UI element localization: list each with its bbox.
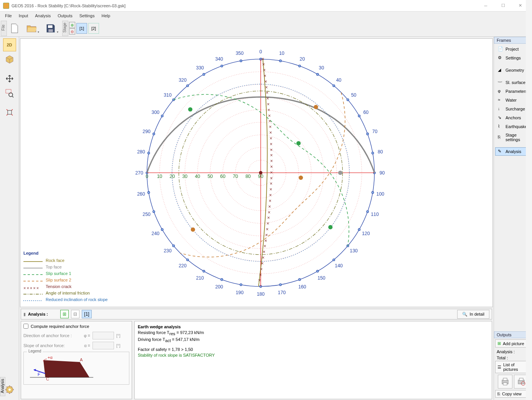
svg-text:30: 30 [319,65,324,71]
svg-text:×: × [268,210,270,215]
svg-text:60: 60 [363,110,368,115]
save-button[interactable]: ▾ [41,21,60,35]
stage-vtab[interactable]: Stage [62,21,68,36]
svg-text:320: 320 [179,77,187,83]
surch-icon: ↓ [498,106,503,112]
svg-text:270: 270 [135,170,143,176]
analysis-vtab[interactable]: Analysis [0,377,5,396]
anchor-legend-diagram: Legend F C A +α [23,352,129,385]
svg-text:×: × [267,102,269,107]
svg-text:×: × [269,198,271,204]
svg-text:×: × [270,164,273,170]
stage-remove-button[interactable]: ⊖ [69,28,75,35]
svg-text:×: × [265,85,268,90]
svg-text:×: × [269,130,272,135]
svg-text:×: × [270,181,273,186]
view-toolbar: 2D [0,37,19,400]
pan-button[interactable] [3,72,16,85]
open-button[interactable]: ▾ [22,21,41,35]
maximize-button[interactable]: ☐ [494,0,512,11]
toolbar: File ▾ ▾ Stage ⊕ ⊖ [1] [2] [0,20,532,37]
svg-text:×: × [262,62,265,67]
analysis-stage-tab[interactable]: [1] [82,310,92,318]
print-button[interactable] [498,375,512,388]
view-3d-button[interactable] [3,53,16,66]
svg-point-36 [333,259,335,261]
svg-text:90: 90 [380,170,385,176]
svg-text:×: × [270,147,273,153]
minimize-button[interactable]: ─ [477,0,494,11]
svg-text:×: × [270,170,273,175]
eq-icon: ⌇ [498,124,503,129]
svg-text:290: 290 [143,129,151,134]
svg-point-60 [148,191,150,194]
svg-rect-4 [8,110,12,114]
svg-text:×: × [260,267,263,272]
svg-point-18 [347,99,349,101]
svg-text:×: × [266,221,269,226]
svg-text:10: 10 [157,174,162,179]
svg-text:100: 100 [377,191,385,197]
zoom-extents-button[interactable] [3,106,16,119]
stage-add-button[interactable]: ⊕ [69,22,75,28]
svg-point-46 [240,284,242,286]
svg-text:260: 260 [137,191,145,197]
svg-point-20 [358,115,360,117]
stage-tab-2[interactable]: [2] [88,23,99,34]
svg-text:×: × [258,278,261,283]
svg-point-58 [153,211,155,213]
menu-file[interactable]: File [2,13,15,19]
svg-point-42 [279,284,282,286]
new-button[interactable] [8,21,21,35]
svg-point-14 [317,73,319,76]
stage-icon: ⎘ [498,135,503,140]
anch-icon: ⇘ [498,115,503,120]
svg-text:F: F [38,372,40,377]
plot-canvas[interactable]: 0102030405060708090100110120130140150160… [20,38,493,307]
svg-point-32 [358,229,360,231]
svg-text:300: 300 [152,110,160,115]
svg-text:×: × [265,232,268,238]
menu-outputs[interactable]: Outputs [55,13,76,19]
menu-analysis[interactable]: Analysis [32,13,54,19]
svg-text:×: × [264,79,267,84]
menu-settings[interactable]: Settings [76,13,98,19]
titlebar: GEO5 2016 - Rock Stability [C:\Rock-Stab… [0,0,532,12]
svg-text:×: × [269,187,272,192]
svg-text:×: × [268,113,271,119]
menu-help[interactable]: Help [98,13,113,19]
analysis-add-button[interactable]: ⊞ [60,310,69,318]
svg-point-30 [367,211,369,213]
svg-text:70: 70 [233,174,238,179]
file-vtab[interactable]: File [1,21,7,36]
svg-point-68 [161,115,164,117]
copy-icon: ⎘ [497,392,500,396]
svg-rect-157 [503,378,507,380]
svg-text:10: 10 [279,51,284,56]
view-2d-button[interactable]: 2D [3,38,16,51]
svg-text:×: × [269,124,271,130]
analysis-remove-button[interactable]: ⊟ [71,310,79,318]
param-icon: φ [498,89,503,94]
menu-input[interactable]: Input [16,13,31,19]
svg-point-74 [203,73,205,76]
svg-point-146 [191,227,195,232]
svg-point-48 [221,278,223,281]
legend-item: Angle of internal friction [23,290,107,296]
stage-tab-1[interactable]: [1] [76,23,87,34]
in-detail-button[interactable]: 🔍In detail [457,310,489,319]
legend-item: ×××××Tension crack [23,283,107,290]
slip-icon: 〰 [498,80,503,85]
svg-text:170: 170 [278,290,286,295]
compute-anchor-checkbox[interactable] [23,324,28,329]
svg-point-145 [314,105,318,109]
results-pane: Earth wedge analysis Resisting force Tre… [134,321,492,399]
frames-title: Frames [497,38,511,43]
svg-point-142 [188,107,192,112]
zoom-window-button[interactable] [3,87,16,100]
legend-item: Top face [23,264,107,270]
svg-rect-160 [519,378,523,380]
legend-item: Slip surface 2 [23,277,107,283]
svg-point-149 [338,171,342,175]
svg-text:110: 110 [371,212,379,217]
